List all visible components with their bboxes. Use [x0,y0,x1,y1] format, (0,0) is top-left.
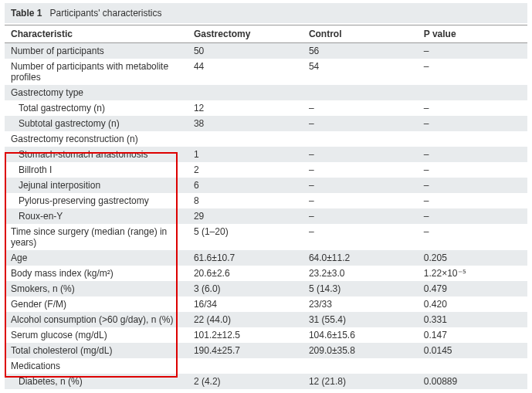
table-row: Stomach-stomach anastomosis1–– [5,147,527,162]
cell-pvalue: – [418,116,527,131]
table-row: Number of participants5056– [5,43,527,59]
cell-control: – [303,193,418,208]
header-pvalue: P value [418,25,527,43]
cell-gastrectomy: 3 (6.0) [188,281,303,296]
cell-pvalue: 0.147 [418,327,527,343]
cell-gastrectomy: 13 (26.0) [188,389,303,393]
table-title: Table 1 Participants' characteristics [5,3,527,23]
cell-characteristic: Roux-en-Y [5,208,188,224]
cell-control [303,131,418,147]
table-row: Diabetes, n (%)2 (4.2)12 (21.8)0.00889 [5,374,527,389]
cell-control: 64.0±11.2 [303,250,418,266]
header-characteristic: Characteristic [5,25,188,43]
cell-characteristic: Total cholesterol (mg/dL) [5,343,188,358]
cell-control: – [303,100,418,116]
cell-gastrectomy [188,358,303,374]
cell-control [303,85,418,100]
cell-characteristic: Smokers, n (%) [5,281,188,296]
cell-gastrectomy: 8 [188,193,303,208]
cell-characteristic: Diabetes, n (%) [5,374,188,389]
cell-pvalue: 0.0145 [418,343,527,358]
table-row: Gastrectomy reconstruction (n) [5,131,527,147]
cell-gastrectomy: 6 [188,178,303,193]
cell-characteristic: Body mass index (kg/m²) [5,266,188,281]
cell-control: 31 (55.4) [303,312,418,327]
table-row: Number of participants with metabolite p… [5,59,527,85]
cell-pvalue: 1.22×10⁻⁵ [418,266,527,281]
cell-characteristic: Stomach-stomach anastomosis [5,147,188,162]
cell-control: 12 (21.8) [303,374,418,389]
header-row: Characteristic Gastrectomy Control P val… [5,25,527,43]
header-control: Control [303,25,418,43]
cell-pvalue: – [418,59,527,85]
cell-pvalue: 0.331 [418,312,527,327]
table-row: Serum glucose (mg/dL)101.2±12.5104.6±15.… [5,327,527,343]
cell-control [303,358,418,374]
cell-control: 209.0±35.8 [303,343,418,358]
cell-pvalue: – [418,100,527,116]
cell-pvalue: – [418,178,527,193]
cell-gastrectomy: 16/34 [188,296,303,312]
cell-pvalue: 0.00889 [418,374,527,389]
cell-control: 104.6±15.6 [303,327,418,343]
table-row: High blood pressure, n (%)13 (26.0)17 (3… [5,389,527,393]
table-row: Subtotal gastrectomy (n)38–– [5,116,527,131]
cell-gastrectomy: 2 [188,162,303,178]
cell-pvalue: – [418,147,527,162]
cell-characteristic: High blood pressure, n (%) [5,389,188,393]
cell-gastrectomy: 190.4±25.7 [188,343,303,358]
cell-pvalue: – [418,224,527,250]
cell-gastrectomy: 38 [188,116,303,131]
table-row: Alcohol consumption (>60 g/day), n (%)22… [5,312,527,327]
cell-characteristic: Number of participants with metabolite p… [5,59,188,85]
cell-pvalue: – [418,208,527,224]
table-row: Smokers, n (%)3 (6.0)5 (14.3)0.479 [5,281,527,296]
cell-control: 5 (14.3) [303,281,418,296]
table-row: Total gastrectomy (n)12–– [5,100,527,116]
cell-gastrectomy: 1 [188,147,303,162]
table-label: Table 1 [11,8,42,19]
cell-gastrectomy: 44 [188,59,303,85]
cell-gastrectomy: 5 (1–20) [188,224,303,250]
cell-gastrectomy: 50 [188,43,303,59]
table-row: Medications [5,358,527,374]
cell-characteristic: Time since surgery (median (range) in ye… [5,224,188,250]
cell-characteristic: Billroth I [5,162,188,178]
cell-pvalue: – [418,43,527,59]
cell-control: – [303,162,418,178]
cell-control: 56 [303,43,418,59]
table-row: Pylorus-preserving gastrectomy8–– [5,193,527,208]
cell-gastrectomy [188,131,303,147]
table-row: Jejunal interposition6–– [5,178,527,193]
cell-characteristic: Medications [5,358,188,374]
cell-gastrectomy: 20.6±2.6 [188,266,303,281]
cell-pvalue: 0.420 [418,296,527,312]
cell-characteristic: Gender (F/M) [5,296,188,312]
cell-control: 17 (30.4) [303,389,418,393]
characteristics-table: Characteristic Gastrectomy Control P val… [5,25,527,393]
table-row: Roux-en-Y29–– [5,208,527,224]
cell-characteristic: Pylorus-preserving gastrectomy [5,193,188,208]
cell-pvalue [418,131,527,147]
table-container: Table 1 Participants' characteristics Ch… [0,0,532,393]
table-row: Age61.6±10.764.0±11.20.205 [5,250,527,266]
cell-pvalue: 0.479 [418,281,527,296]
cell-control: 23.2±3.0 [303,266,418,281]
cell-control: – [303,147,418,162]
cell-control: 54 [303,59,418,85]
cell-gastrectomy [188,85,303,100]
cell-characteristic: Age [5,250,188,266]
cell-characteristic: Gastrectomy type [5,85,188,100]
table-row: Billroth I2–– [5,162,527,178]
table-row: Gastrectomy type [5,85,527,100]
table-body: Number of participants5056–Number of par… [5,43,527,394]
cell-control: 23/33 [303,296,418,312]
cell-control: – [303,208,418,224]
table-row: Body mass index (kg/m²)20.6±2.623.2±3.01… [5,266,527,281]
cell-pvalue: – [418,162,527,178]
header-gastrectomy: Gastrectomy [188,25,303,43]
cell-gastrectomy: 29 [188,208,303,224]
cell-characteristic: Alcohol consumption (>60 g/day), n (%) [5,312,188,327]
cell-characteristic: Gastrectomy reconstruction (n) [5,131,188,147]
cell-pvalue: 0.743 [418,389,527,393]
